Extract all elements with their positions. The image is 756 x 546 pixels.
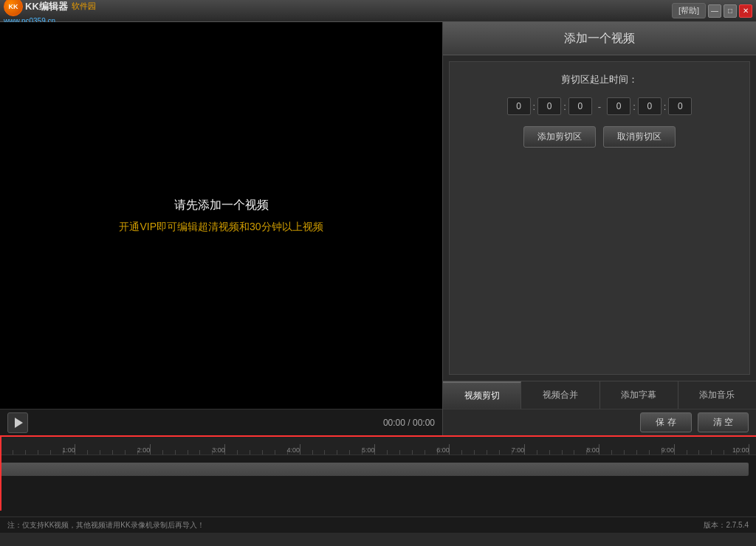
ruler-minor-tick — [474, 450, 475, 455]
video-controls: 00:00 / 00:00 — [0, 409, 442, 435]
ruler-minor-tick — [250, 450, 250, 455]
ruler-minor-tick — [50, 450, 51, 455]
ruler-minor-tick — [162, 450, 163, 455]
ruler-minor-tick — [461, 450, 462, 455]
start-hour-input[interactable] — [507, 97, 531, 115]
ruler-minor-tick — [399, 450, 400, 455]
main-content: 请先添加一个视频 开通VIP即可编辑超清视频和30分钟以上视频 00:00 / … — [0, 22, 756, 435]
cancel-cut-button[interactable]: 取消剪切区 — [603, 126, 676, 148]
ruler-minor-tick — [25, 450, 26, 455]
timeline-playhead — [0, 437, 1, 511]
sep1: : — [533, 101, 536, 112]
titlebar-left: KK KK编辑器 软件园 www.pc0359.cn — [4, 0, 96, 25]
ruler-tick: 3:00 — [224, 444, 225, 455]
minimize-button[interactable]: — — [708, 4, 721, 18]
sep3: : — [633, 101, 636, 112]
ruler-tick: 4:00 — [300, 444, 300, 455]
ruler-tick: 5:00 — [374, 444, 375, 455]
add-video-button[interactable]: 添加一个视频 — [443, 22, 756, 55]
ruler-minor-tick — [549, 450, 550, 455]
ruler-tick: 6:00 — [449, 444, 450, 455]
start-second-input[interactable] — [568, 97, 592, 115]
status-left-text: 注：仅支持KK视频，其他视频请用KK录像机录制后再导入！ — [7, 520, 205, 531]
ruler-minor-tick — [324, 450, 325, 455]
sep4: : — [664, 101, 667, 112]
app-title: KK编辑器 — [25, 0, 68, 13]
tab-add-music[interactable]: 添加音乐 — [678, 381, 756, 409]
cut-section: 剪切区起止时间： : : - : : 添加剪切区 取消剪切区 — [449, 61, 750, 375]
add-cut-button[interactable]: 添加剪切区 — [523, 126, 596, 148]
ruler-minor-tick — [649, 450, 650, 455]
titlebar: KK KK编辑器 软件园 www.pc0359.cn [帮助] — □ ✕ — [0, 0, 756, 22]
ruler-minor-tick — [387, 450, 388, 455]
ruler-minor-tick — [175, 450, 176, 455]
statusbar: 注：仅支持KK视频，其他视频请用KK录像机录制后再导入！ 版本：2.7.5.4 — [0, 516, 756, 533]
logo-row: KK KK编辑器 软件园 — [4, 0, 96, 16]
ruler-tick: 9:00 — [674, 444, 675, 455]
titlebar-controls: [帮助] — □ ✕ — [672, 3, 752, 18]
ruler-minor-tick — [636, 450, 637, 455]
timeline-ruler: 0:001:002:003:004:005:006:007:008:009:00… — [0, 437, 756, 455]
ruler-minor-tick — [262, 450, 263, 455]
video-preview: 请先添加一个视频 开通VIP即可编辑超清视频和30分钟以上视频 — [0, 22, 442, 409]
ruler-minor-tick — [487, 450, 487, 455]
ruler-minor-tick — [611, 450, 612, 455]
preview-message-1: 请先添加一个视频 — [174, 198, 269, 213]
ruler-minor-tick — [125, 450, 126, 455]
cut-time-row: : : - : : — [461, 97, 738, 115]
ruler-minor-tick — [624, 450, 625, 455]
ruler-minor-tick — [275, 450, 275, 455]
preview-message-2: 开通VIP即可编辑超清视频和30分钟以上视频 — [119, 221, 323, 234]
add-video-title: 添加一个视频 — [564, 31, 635, 46]
cut-time-label: 剪切区起止时间： — [461, 73, 738, 86]
play-icon — [15, 418, 23, 428]
start-minute-input[interactable] — [537, 97, 561, 115]
ruler-tick: 2:00 — [150, 444, 151, 455]
ruler-minor-tick — [38, 450, 38, 455]
ruler-minor-tick — [724, 450, 724, 455]
tabs: 视频剪切 视频合并 添加字幕 添加音乐 — [443, 381, 756, 409]
ruler-minor-tick — [537, 450, 537, 455]
ruler-minor-tick — [499, 450, 500, 455]
play-button[interactable] — [7, 412, 28, 433]
save-clear-row: 保 存 清 空 — [443, 409, 756, 435]
maximize-button[interactable]: □ — [724, 4, 737, 18]
time-dash: - — [598, 101, 601, 112]
ruler-minor-tick — [199, 450, 200, 455]
ruler-tick: 8:00 — [599, 444, 599, 455]
sep2: : — [563, 101, 566, 112]
ruler-minor-tick — [337, 450, 337, 455]
ruler-tick: 7:00 — [524, 444, 525, 455]
ruler-tick: 1:00 — [75, 444, 75, 455]
ruler-minor-tick — [237, 450, 238, 455]
tab-video-merge[interactable]: 视频合并 — [521, 381, 599, 409]
end-minute-input[interactable] — [638, 97, 662, 115]
timeline-bar — [0, 463, 749, 476]
status-right-text: 版本：2.7.5.4 — [704, 520, 749, 531]
logo-area: KK KK编辑器 软件园 www.pc0359.cn — [4, 0, 96, 25]
ruler-minor-tick — [112, 450, 113, 455]
ruler-minor-tick — [698, 450, 699, 455]
timeline-track — [0, 457, 756, 494]
ruler-minor-tick — [13, 450, 13, 455]
ruler-tick: 10:00 — [749, 444, 749, 455]
video-area: 请先添加一个视频 开通VIP即可编辑超清视频和30分钟以上视频 00:00 / … — [0, 22, 443, 435]
end-hour-input[interactable] — [607, 97, 630, 115]
ruler-minor-tick — [574, 450, 574, 455]
ruler-minor-tick — [562, 450, 563, 455]
tab-add-subtitle[interactable]: 添加字幕 — [600, 381, 678, 409]
save-button[interactable]: 保 存 — [640, 412, 691, 432]
ruler-minor-tick — [711, 450, 712, 455]
tab-video-cut[interactable]: 视频剪切 — [443, 381, 521, 409]
end-second-input[interactable] — [668, 97, 692, 115]
app-logo: KK — [4, 0, 23, 16]
close-button[interactable]: ✕ — [739, 4, 752, 18]
ruler-minor-tick — [687, 450, 687, 455]
cut-buttons: 添加剪切区 取消剪切区 — [461, 126, 738, 148]
clear-button[interactable]: 清 空 — [698, 412, 749, 432]
ruler-minor-tick — [425, 450, 425, 455]
timeline-area[interactable]: 0:001:002:003:004:005:006:007:008:009:00… — [0, 435, 756, 516]
help-button[interactable]: [帮助] — [672, 3, 706, 18]
right-panel: 添加一个视频 剪切区起止时间： : : - : : 添加剪切区 取消剪切区 — [443, 22, 756, 435]
ruler-minor-tick — [412, 450, 413, 455]
